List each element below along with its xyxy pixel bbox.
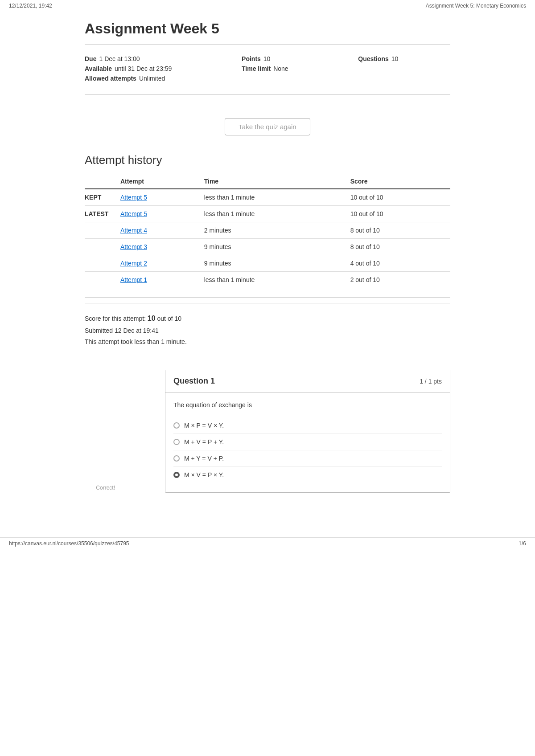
bottom-url: https://canvas.eur.nl/courses/35506/quiz… (9, 540, 129, 547)
answer-text: M × P = V × Y. (184, 422, 224, 429)
attempt-history-table: Attempt Time Score KEPT Attempt 5 less t… (85, 174, 450, 288)
attempt-link[interactable]: Attempt 5 (120, 194, 147, 201)
browser-title: Assignment Week 5: Monetary Economics (426, 3, 526, 9)
row-score: 4 out of 10 (350, 255, 450, 272)
submitted-line: Submitted 12 Dec at 19:41 (85, 325, 450, 336)
row-time: less than 1 minute (204, 206, 350, 222)
row-attempt[interactable]: Attempt 3 (120, 239, 204, 255)
correct-tag: Correct! (85, 485, 120, 493)
meta-grid: Due 1 Dec at 13:00 Points 10 Questions 1… (85, 50, 450, 89)
row-label: KEPT (85, 189, 120, 206)
answer-option[interactable]: M × P = V × Y. (173, 417, 442, 434)
bottom-bar: https://canvas.eur.nl/courses/35506/quiz… (0, 537, 535, 549)
table-row: Attempt 3 9 minutes 8 out of 10 (85, 239, 450, 255)
timelimit-label: Time limit (242, 65, 271, 72)
row-attempt[interactable]: Attempt 1 (120, 272, 204, 288)
attempt-link[interactable]: Attempt 2 (120, 260, 147, 267)
available-label: Available (85, 65, 112, 72)
answer-text: M × V = P × Y. (184, 471, 224, 478)
quiz-again-container: Take the quiz again (85, 100, 450, 149)
due-value: 1 Dec at 13:00 (99, 55, 140, 62)
question1-block: Question 1 1 / 1 pts The equation of exc… (165, 370, 450, 493)
col-header-score: Score (350, 174, 450, 189)
row-score: 10 out of 10 (350, 206, 450, 222)
row-label (85, 222, 120, 239)
radio-icon (173, 439, 180, 445)
take-quiz-again-button[interactable]: Take the quiz again (225, 118, 310, 135)
answer-options-container: M × P = V × Y. M + V = P + Y. M + Y = V … (173, 417, 442, 483)
row-time: less than 1 minute (204, 189, 350, 206)
radio-icon (173, 455, 180, 462)
meta-allowed: Allowed attempts Unlimited (85, 75, 224, 82)
row-time: 9 minutes (204, 255, 350, 272)
row-score: 8 out of 10 (350, 239, 450, 255)
question1-header: Question 1 1 / 1 pts (165, 370, 450, 392)
row-score: 2 out of 10 (350, 272, 450, 288)
answer-option[interactable]: M + V = P + Y. (173, 434, 442, 450)
datetime: 12/12/2021, 19:42 (9, 3, 52, 9)
answer-option[interactable]: M + Y = V + P. (173, 450, 442, 467)
answer-text: M + V = P + Y. (184, 438, 224, 445)
timelimit-value: None (273, 65, 288, 72)
row-attempt[interactable]: Attempt 5 (120, 189, 204, 206)
answer-option[interactable]: M × V = P × Y. (173, 467, 442, 483)
row-label: LATEST (85, 206, 120, 222)
col-header-attempt: Attempt (120, 174, 204, 189)
score-suffix: out of 10 (157, 315, 182, 322)
question1-text: The equation of exchange is (173, 401, 442, 409)
allowed-label: Allowed attempts (85, 75, 136, 82)
row-label (85, 239, 120, 255)
top-bar: 12/12/2021, 19:42 Assignment Week 5: Mon… (0, 0, 535, 12)
meta-timelimit: Time limit None (242, 65, 340, 72)
questions-value: 10 (391, 55, 399, 62)
row-time: 2 minutes (204, 222, 350, 239)
radio-icon (173, 422, 180, 429)
meta-questions: Questions 10 (358, 55, 450, 62)
row-label (85, 255, 120, 272)
row-attempt[interactable]: Attempt 5 (120, 206, 204, 222)
score-value: 10 (148, 315, 156, 322)
meta-available: Available until 31 Dec at 23:59 (85, 65, 224, 72)
attempt-link[interactable]: Attempt 3 (120, 243, 147, 250)
row-time: less than 1 minute (204, 272, 350, 288)
row-attempt[interactable]: Attempt 2 (120, 255, 204, 272)
score-line: Score for this attempt: 10 out of 10 (85, 312, 450, 325)
row-label (85, 272, 120, 288)
table-row: LATEST Attempt 5 less than 1 minute 10 o… (85, 206, 450, 222)
col-header-time: Time (204, 174, 350, 189)
divider-attempts (85, 297, 450, 298)
row-score: 10 out of 10 (350, 189, 450, 206)
table-row: Attempt 1 less than 1 minute 2 out of 10 (85, 272, 450, 288)
page-title: Assignment Week 5 (85, 20, 450, 37)
attempt-link[interactable]: Attempt 5 (120, 210, 147, 217)
question1-body: The equation of exchange is M × P = V × … (165, 392, 450, 492)
question1-pts: 1 / 1 pts (420, 378, 442, 385)
answer-text: M + Y = V + P. (184, 455, 224, 462)
table-row: KEPT Attempt 5 less than 1 minute 10 out… (85, 189, 450, 206)
allowed-value: Unlimited (139, 75, 165, 82)
divider-meta (85, 94, 450, 95)
attempt-history-title: Attempt history (85, 153, 450, 167)
table-row: Attempt 4 2 minutes 8 out of 10 (85, 222, 450, 239)
due-label: Due (85, 55, 96, 62)
score-summary: Score for this attempt: 10 out of 10 Sub… (85, 303, 450, 352)
bottom-page: 1/6 (519, 540, 526, 547)
questions-label: Questions (358, 55, 388, 62)
meta-due: Due 1 Dec at 13:00 (85, 55, 224, 62)
attempt-link[interactable]: Attempt 4 (120, 227, 147, 234)
available-value: until 31 Dec at 23:59 (115, 65, 172, 72)
duration-line: This attempt took less than 1 minute. (85, 336, 450, 347)
score-prefix: Score for this attempt: (85, 315, 146, 322)
points-value: 10 (263, 55, 271, 62)
row-time: 9 minutes (204, 239, 350, 255)
meta-points: Points 10 (242, 55, 340, 62)
page-wrapper: Assignment Week 5 Due 1 Dec at 13:00 Poi… (67, 12, 468, 519)
attempt-link[interactable]: Attempt 1 (120, 276, 147, 283)
divider-top (85, 44, 450, 45)
row-score: 8 out of 10 (350, 222, 450, 239)
row-attempt[interactable]: Attempt 4 (120, 222, 204, 239)
radio-icon (173, 472, 180, 478)
correct-label: Correct! (96, 485, 115, 491)
points-label: Points (242, 55, 261, 62)
question1-outer: Correct! Question 1 1 / 1 pts The equati… (85, 361, 450, 493)
